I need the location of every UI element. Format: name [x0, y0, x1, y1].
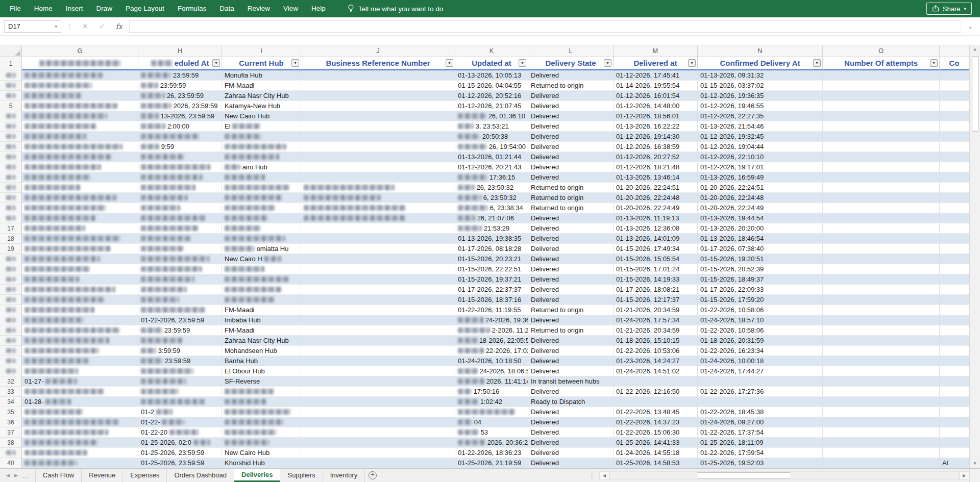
cell-J10[interactable] [301, 152, 455, 162]
cell-L26[interactable]: Delivered [528, 315, 614, 325]
cell-N4[interactable]: 01-12-2026, 19:36:35 [698, 91, 823, 101]
cell-O13[interactable] [823, 183, 940, 193]
cell-I38[interactable] [222, 438, 301, 448]
filter-button-K[interactable]: ▾ [519, 59, 526, 67]
cell-G31[interactable] [22, 366, 138, 376]
cell-J39[interactable] [301, 448, 455, 458]
cell-L8[interactable]: Delivered [528, 132, 614, 142]
row-header-14[interactable] [0, 193, 22, 203]
column-header-L[interactable]: L [528, 45, 614, 57]
cell-H22[interactable] [138, 274, 222, 285]
cell-O22[interactable] [823, 274, 940, 285]
cell-G29[interactable] [22, 346, 138, 356]
cell-I25[interactable]: FM-Maadi [222, 305, 301, 315]
cell-L28[interactable]: Delivered [528, 336, 614, 346]
cell-G12[interactable] [22, 172, 138, 183]
cell-G18[interactable] [22, 234, 138, 244]
cell-J11[interactable] [301, 162, 455, 172]
cell-I39[interactable]: New Cairo Hub [222, 448, 301, 458]
cell-P30[interactable] [940, 356, 969, 366]
cell-O19[interactable] [823, 244, 940, 254]
cell-J32[interactable] [301, 376, 455, 387]
cell-M9[interactable]: 01-12-2026, 16:38:59 [614, 142, 698, 152]
cell-K33[interactable]: 17:50:16 [455, 387, 528, 397]
cell-J38[interactable] [301, 438, 455, 448]
cell-M25[interactable]: 01-21-2026, 20:34:59 [614, 305, 698, 315]
cell-L32[interactable]: In transit between hubs [528, 376, 614, 387]
cell-K5[interactable]: 01-12-2026, 21:07:45 [455, 101, 528, 111]
cell-N9[interactable]: 01-12-2026, 19:04:44 [698, 142, 823, 152]
cell-M40[interactable]: 01-25-2026, 14:58:53 [614, 458, 698, 468]
cell-M4[interactable]: 01-12-2026, 16:01:54 [614, 91, 698, 101]
cell-N13[interactable]: 01-20-2026, 22:24:51 [698, 183, 823, 193]
cell-N27[interactable]: 01-22-2026, 10:58:06 [698, 325, 823, 336]
row-header-7[interactable] [0, 121, 22, 132]
cell-G2[interactable] [22, 70, 138, 81]
row-header-15[interactable] [0, 203, 22, 213]
cell-I27[interactable]: FM-Maadi [222, 325, 301, 336]
cell-P11[interactable] [940, 162, 969, 172]
cell-G27[interactable] [22, 325, 138, 336]
horizontal-scrollbar[interactable] [609, 471, 959, 480]
column-header-G[interactable]: G [22, 45, 138, 57]
filter-button-I[interactable]: ▾ [291, 59, 299, 67]
column-title-N[interactable]: Confirmed Delivery At▾ [698, 57, 823, 70]
cell-H34[interactable] [138, 397, 222, 407]
row-header-35[interactable]: 35 [0, 407, 22, 417]
cell-I18[interactable] [222, 234, 301, 244]
cell-O30[interactable] [823, 356, 940, 366]
cell-L40[interactable]: Delivered [528, 458, 614, 468]
row-header-25[interactable] [0, 305, 22, 315]
cell-K15[interactable]: 6, 23:38:34 [455, 203, 528, 213]
cell-H30[interactable]: 23:59:59 [138, 356, 222, 366]
cell-H13[interactable] [138, 183, 222, 193]
cell-P35[interactable] [940, 407, 969, 417]
cell-M24[interactable]: 01-15-2026, 12:17:37 [614, 295, 698, 305]
cell-O34[interactable] [823, 397, 940, 407]
cell-L7[interactable]: Delivered [528, 121, 614, 132]
column-header-partial[interactable] [940, 45, 969, 57]
cell-J26[interactable] [301, 315, 455, 325]
cell-I30[interactable]: Banha Hub [222, 356, 301, 366]
cell-G9[interactable] [22, 142, 138, 152]
cell-H20[interactable] [138, 254, 222, 264]
row-header-31[interactable] [0, 366, 22, 376]
cell-N29[interactable]: 01-22-2026, 16:23:34 [698, 346, 823, 356]
cell-I33[interactable] [222, 387, 301, 397]
cell-G17[interactable] [22, 223, 138, 234]
cell-M18[interactable]: 01-13-2026, 14:01:09 [614, 234, 698, 244]
sheet-tab-orders-dashboad[interactable]: Orders Dashboad [167, 469, 234, 482]
cell-N11[interactable]: 01-12-2026, 19:17:01 [698, 162, 823, 172]
row-header-38[interactable]: 38 [0, 438, 22, 448]
column-title-I[interactable]: Current Hub▾ [222, 57, 301, 70]
cell-P18[interactable] [940, 234, 969, 244]
cell-H38[interactable]: 01-25-2026, 02:0 [138, 438, 222, 448]
cell-H31[interactable] [138, 366, 222, 376]
cell-M23[interactable]: 01-17-2026, 18:08:21 [614, 285, 698, 295]
cell-K16[interactable]: 26, 21:07:06 [455, 213, 528, 223]
cell-H26[interactable]: 01-22-2026, 23:59:59 [138, 315, 222, 325]
cell-G16[interactable] [22, 213, 138, 223]
cell-I24[interactable] [222, 295, 301, 305]
cell-N5[interactable]: 01-12-2026, 19:46:55 [698, 101, 823, 111]
cell-K30[interactable]: 01-24-2026, 10:18:50 [455, 356, 528, 366]
cell-P37[interactable] [940, 427, 969, 438]
cell-N25[interactable]: 01-22-2026, 10:58:06 [698, 305, 823, 315]
cell-H17[interactable] [138, 223, 222, 234]
ribbon-tab-view[interactable]: View [277, 0, 305, 17]
name-box-dropdown-icon[interactable]: ▾ [55, 24, 57, 29]
cell-L23[interactable]: Delivered [528, 285, 614, 295]
cell-L27[interactable]: Returned to origin [528, 325, 614, 336]
filter-button-J[interactable]: ▾ [446, 59, 453, 67]
cell-G39[interactable] [22, 448, 138, 458]
cell-L12[interactable]: Delivered [528, 172, 614, 183]
tab-splitter-handle[interactable]: ⋮ [584, 472, 599, 479]
cell-H21[interactable] [138, 264, 222, 274]
row-header-4[interactable] [0, 91, 22, 101]
column-header-J[interactable]: J [301, 45, 455, 57]
cell-P9[interactable] [940, 142, 969, 152]
cell-G6[interactable] [22, 111, 138, 121]
cell-M19[interactable]: 01-15-2026, 17:49:34 [614, 244, 698, 254]
cell-M35[interactable]: 01-22-2026, 13:48:45 [614, 407, 698, 417]
cell-J17[interactable] [301, 223, 455, 234]
